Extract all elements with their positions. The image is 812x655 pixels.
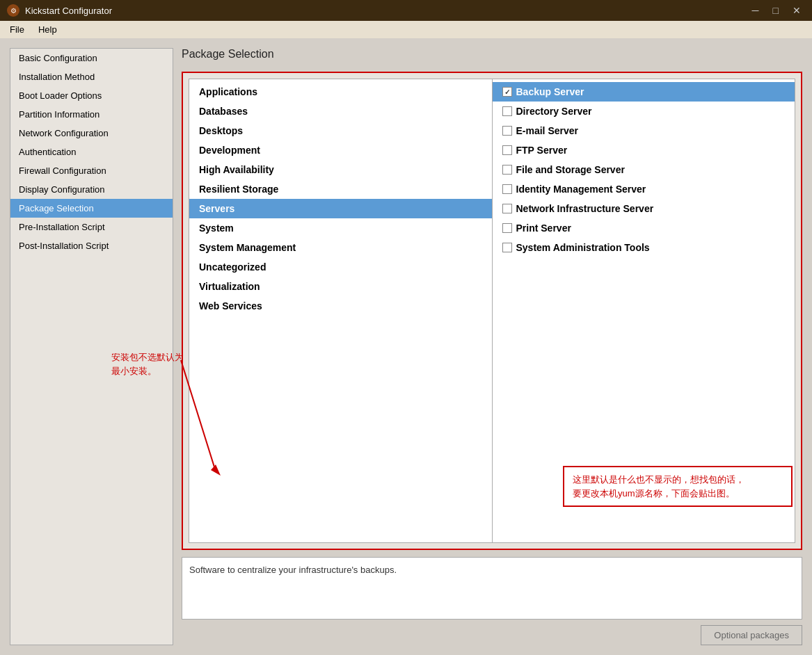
package-checkbox[interactable] (502, 204, 512, 213)
sidebar-item-package-selection[interactable]: Package Selection (10, 199, 173, 218)
annotation-line1: 这里默认是什么也不显示的，想找包的话， (573, 474, 745, 485)
menu-help[interactable]: Help (33, 23, 63, 36)
menu-bar: File Help (0, 21, 812, 38)
title-bar: ⚙ Kickstart Configurator ─ □ ✕ (0, 0, 812, 21)
package-label: FTP Server (516, 145, 568, 156)
package-checkbox[interactable] (502, 126, 512, 136)
package-item[interactable]: Backup Server (493, 82, 795, 102)
category-item[interactable]: High Availability (189, 160, 492, 179)
package-label: E-mail Server (516, 125, 579, 136)
package-panel: ApplicationsDatabasesDesktopsDevelopment… (182, 72, 802, 550)
sidebar-item-installation-method[interactable]: Installation Method (10, 67, 173, 86)
category-item[interactable]: Applications (189, 82, 492, 102)
optional-packages-button[interactable]: Optional packages (701, 625, 802, 645)
window-controls: ─ □ ✕ (748, 5, 805, 16)
package-label: Print Server (516, 223, 571, 234)
sidebar-item-partition-info[interactable]: Partition Information (10, 105, 173, 124)
sidebar-item-post-install-script[interactable]: Post-Installation Script (10, 236, 173, 255)
sidebar-item-authentication[interactable]: Authentication (10, 143, 173, 161)
minimize-button[interactable]: ─ (748, 5, 763, 16)
description-area: Software to centralize your infrastructu… (182, 557, 802, 620)
category-item[interactable]: System (189, 218, 492, 238)
package-label: Backup Server (516, 86, 584, 97)
app-window: ⚙ Kickstart Configurator ─ □ ✕ File Help… (0, 0, 812, 655)
package-checkbox[interactable] (502, 106, 512, 116)
package-item[interactable]: FTP Server (493, 140, 795, 160)
sidebar-item-pre-install-script[interactable]: Pre-Installation Script (10, 218, 173, 236)
category-item[interactable]: Databases (189, 102, 492, 121)
category-item[interactable]: Development (189, 140, 492, 160)
category-item[interactable]: Servers (189, 199, 492, 218)
sidebar-item-network-config[interactable]: Network Configuration (10, 124, 173, 143)
app-icon: ⚙ (7, 4, 19, 17)
sidebar-item-display-config[interactable]: Display Configuration (10, 180, 173, 199)
package-checkbox[interactable] (502, 223, 512, 233)
package-item[interactable]: File and Storage Server (493, 160, 795, 179)
annotation-line2: 要更改本机yum源名称，下面会贴出图。 (573, 488, 735, 499)
menu-file[interactable]: File (4, 23, 30, 36)
package-item[interactable]: Print Server (493, 218, 795, 238)
sidebar: Basic ConfigurationInstallation MethodBo… (10, 48, 173, 645)
sidebar-item-firewall-config[interactable]: Firewall Configuration (10, 161, 173, 180)
package-item[interactable]: System Administration Tools (493, 238, 795, 257)
main-content: Basic ConfigurationInstallation MethodBo… (0, 38, 812, 655)
category-item[interactable]: System Management (189, 238, 492, 257)
sidebar-item-basic-config[interactable]: Basic Configuration (10, 49, 173, 67)
category-item[interactable]: Resilient Storage (189, 179, 492, 199)
package-label: System Administration Tools (516, 242, 650, 253)
category-item[interactable]: Desktops (189, 121, 492, 140)
sidebar-item-boot-loader[interactable]: Boot Loader Options (10, 86, 173, 105)
window-title: Kickstart Configurator (25, 6, 748, 16)
package-item[interactable]: Identity Management Server (493, 179, 795, 199)
content-area: Package Selection ApplicationsDatabasesD… (182, 48, 802, 645)
bottom-section: Software to centralize your infrastructu… (182, 557, 802, 645)
bottom-bar: Optional packages (182, 625, 802, 645)
category-item[interactable]: Web Services (189, 296, 492, 316)
panel-title: Package Selection (182, 48, 802, 60)
package-checkbox[interactable] (502, 87, 512, 97)
package-checkbox[interactable] (502, 243, 512, 252)
description-text: Software to centralize your infrastructu… (189, 565, 397, 575)
package-item[interactable]: E-mail Server (493, 121, 795, 140)
package-label: Directory Server (516, 106, 592, 117)
package-label: File and Storage Server (516, 164, 625, 175)
package-label: Identity Management Server (516, 184, 646, 195)
maximize-button[interactable]: □ (769, 5, 783, 16)
category-item[interactable]: Virtualization (189, 277, 492, 296)
package-checkbox[interactable] (502, 145, 512, 155)
package-label: Network Infrastructure Server (516, 203, 654, 214)
close-button[interactable]: ✕ (788, 5, 805, 16)
package-item[interactable]: Directory Server (493, 102, 795, 121)
category-item[interactable]: Uncategorized (189, 257, 492, 277)
package-checkbox[interactable] (502, 184, 512, 194)
category-list: ApplicationsDatabasesDesktopsDevelopment… (189, 79, 493, 543)
package-checkbox[interactable] (502, 165, 512, 175)
annotation-box: 这里默认是什么也不显示的，想找包的话， 要更改本机yum源名称，下面会贴出图。 (563, 466, 793, 507)
package-item[interactable]: Network Infrastructure Server (493, 199, 795, 218)
